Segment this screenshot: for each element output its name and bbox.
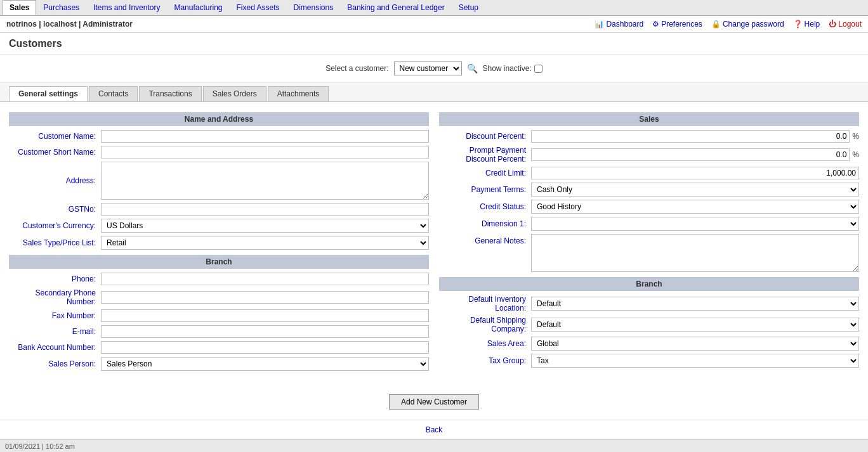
- email-input[interactable]: [101, 325, 429, 338]
- nav-setup[interactable]: Setup: [452, 0, 485, 15]
- nav-purchases[interactable]: Purchases: [36, 0, 86, 15]
- tax-group-label: Tax Group:: [439, 356, 531, 365]
- top-navigation: Sales Purchases Items and Inventory Manu…: [0, 0, 868, 16]
- sales-area-row: Sales Area: Global: [439, 337, 859, 351]
- fax-row: Fax Number:: [9, 309, 429, 322]
- help-link[interactable]: Help: [793, 20, 820, 29]
- customer-name-label: Customer Name:: [9, 132, 101, 141]
- fax-input[interactable]: [101, 309, 429, 322]
- dashboard-icon: [595, 20, 604, 29]
- currency-row: Customer's Currency: US Dollars: [9, 219, 429, 233]
- header-actions: Dashboard Preferences Change password He…: [595, 20, 862, 29]
- form-right: Sales Discount Percent: % Prompt Payment…: [439, 112, 859, 374]
- tab-contacts[interactable]: Contacts: [89, 86, 138, 101]
- tab-sales-orders[interactable]: Sales Orders: [203, 86, 266, 101]
- show-inactive-container: Show inactive:: [483, 64, 542, 73]
- secondary-phone-input[interactable]: [101, 291, 429, 304]
- phone-input[interactable]: [101, 273, 429, 285]
- customer-short-name-input[interactable]: [101, 146, 429, 158]
- preferences-icon: [652, 20, 659, 29]
- dimension1-row: Dimension 1:: [439, 217, 859, 231]
- tabs-bar: General settings Contacts Transactions S…: [0, 82, 868, 102]
- discount-percent-input[interactable]: [531, 130, 850, 143]
- search-icon[interactable]: 🔍: [467, 63, 478, 74]
- credit-limit-label: Credit Limit:: [439, 169, 531, 178]
- sales-type-select[interactable]: Retail: [101, 236, 429, 250]
- customer-select[interactable]: New customer: [394, 61, 462, 75]
- default-inventory-select[interactable]: Default: [531, 297, 859, 311]
- tab-transactions[interactable]: Transactions: [139, 86, 201, 101]
- form-columns: Name and Address Customer Name: Customer…: [9, 112, 859, 374]
- credit-status-label: Credit Status:: [439, 202, 531, 211]
- bank-account-row: Bank Account Number:: [9, 341, 429, 354]
- sales-area-label: Sales Area:: [439, 339, 531, 348]
- status-datetime: 01/09/2021 | 10:52 am: [5, 442, 75, 450]
- action-bar: Add New Customer: [0, 384, 868, 420]
- dimension1-select[interactable]: [531, 217, 859, 231]
- sales-header: Sales: [439, 112, 859, 126]
- phone-row: Phone:: [9, 273, 429, 285]
- currency-select[interactable]: US Dollars: [101, 219, 429, 233]
- default-inventory-row: Default Inventory Location: Default: [439, 295, 859, 313]
- add-new-customer-button[interactable]: Add New Customer: [389, 394, 479, 410]
- tab-general-settings[interactable]: General settings: [9, 86, 88, 101]
- address-textarea[interactable]: [101, 162, 429, 200]
- nav-manufacturing[interactable]: Manufacturing: [167, 0, 229, 15]
- currency-label: Customer's Currency:: [9, 221, 101, 230]
- nav-fixed-assets[interactable]: Fixed Assets: [230, 0, 287, 15]
- sales-person-label: Sales Person:: [9, 359, 101, 368]
- show-inactive-checkbox[interactable]: [534, 65, 542, 73]
- branch-right-header: Branch: [439, 277, 859, 291]
- payment-terms-label: Payment Terms:: [439, 185, 531, 194]
- app-info: notrinos | localhost | Administrator: [6, 20, 133, 29]
- customer-name-input[interactable]: [101, 130, 429, 143]
- preferences-link[interactable]: Preferences: [652, 20, 702, 29]
- sales-area-select[interactable]: Global: [531, 337, 859, 351]
- bank-account-input[interactable]: [101, 341, 429, 354]
- gstno-label: GSTNo:: [9, 205, 101, 214]
- status-bar: 01/09/2021 | 10:52 am: [0, 439, 868, 452]
- fax-label: Fax Number:: [9, 311, 101, 320]
- prompt-payment-input[interactable]: [531, 148, 850, 161]
- payment-terms-select[interactable]: Cash Only: [531, 183, 859, 197]
- branch-left-header: Branch: [9, 255, 429, 269]
- nav-items-inventory[interactable]: Items and Inventory: [86, 0, 167, 15]
- name-address-header: Name and Address: [9, 112, 429, 126]
- dashboard-link[interactable]: Dashboard: [595, 20, 643, 29]
- sales-person-row: Sales Person: Sales Person: [9, 357, 429, 371]
- email-label: E-mail:: [9, 327, 101, 336]
- sales-type-row: Sales Type/Price List: Retail: [9, 236, 429, 250]
- tax-group-select[interactable]: Tax: [531, 354, 859, 368]
- password-icon: [711, 20, 721, 29]
- nav-banking-ledger[interactable]: Banking and General Ledger: [340, 0, 451, 15]
- page-title: Customers: [9, 38, 859, 49]
- credit-status-select[interactable]: Good History: [531, 200, 859, 214]
- logout-link[interactable]: Logout: [829, 20, 862, 29]
- email-row: E-mail:: [9, 325, 429, 338]
- prompt-payment-row: Prompt Payment Discount Percent: %: [439, 146, 859, 164]
- change-password-link[interactable]: Change password: [711, 20, 784, 29]
- discount-percent-label: Discount Percent:: [439, 132, 531, 141]
- secondary-phone-row: Secondary Phone Number:: [9, 288, 429, 306]
- tab-attachments[interactable]: Attachments: [268, 86, 329, 101]
- gstno-input[interactable]: [101, 203, 429, 216]
- customer-select-bar: Select a customer: New customer 🔍 Show i…: [0, 55, 868, 82]
- gstno-row: GSTNo:: [9, 203, 429, 216]
- back-bar: Back: [0, 420, 868, 439]
- back-link[interactable]: Back: [426, 425, 443, 434]
- default-shipping-row: Default Shipping Company: Default: [439, 316, 859, 333]
- general-notes-textarea[interactable]: [531, 234, 859, 272]
- default-shipping-select[interactable]: Default: [531, 318, 859, 332]
- credit-limit-input[interactable]: [531, 167, 859, 179]
- nav-dimensions[interactable]: Dimensions: [287, 0, 341, 15]
- sales-person-select[interactable]: Sales Person: [101, 357, 429, 371]
- credit-status-row: Credit Status: Good History: [439, 200, 859, 214]
- prompt-payment-label: Prompt Payment Discount Percent:: [439, 146, 531, 164]
- logout-icon: [829, 20, 836, 29]
- credit-limit-row: Credit Limit:: [439, 167, 859, 179]
- select-customer-label: Select a customer:: [326, 64, 388, 73]
- nav-sales[interactable]: Sales: [3, 0, 36, 15]
- page-title-bar: Customers: [0, 33, 868, 55]
- customer-short-name-row: Customer Short Name:: [9, 146, 429, 158]
- tax-group-row: Tax Group: Tax: [439, 354, 859, 368]
